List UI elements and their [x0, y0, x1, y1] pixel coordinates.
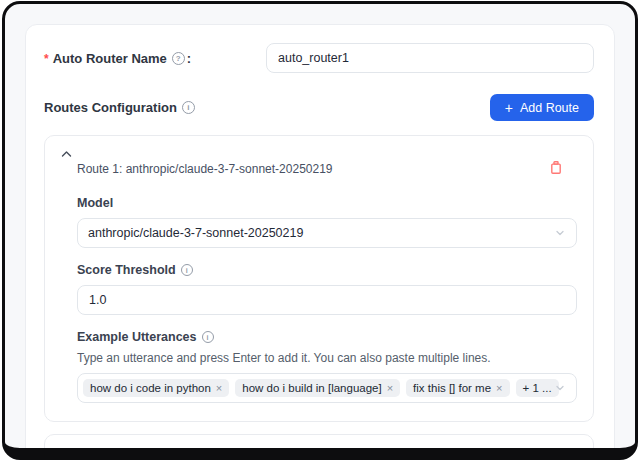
route-2-collapse-header[interactable]: Route 2: azure_ai/gpt-4o [61, 449, 577, 460]
trash-icon [549, 459, 563, 460]
model-label: Model [77, 196, 577, 210]
auto-router-name-label: * Auto Router Name ? : [44, 51, 266, 66]
add-route-button-label: Add Route [520, 101, 579, 115]
label-colon: : [187, 51, 191, 66]
chevron-down-icon [554, 227, 566, 239]
add-route-button[interactable]: + Add Route [490, 94, 594, 121]
remove-tag-icon[interactable]: × [387, 383, 393, 394]
route-2-panel: Route 2: azure_ai/gpt-4o [44, 434, 594, 460]
delete-route-2-button[interactable] [547, 457, 565, 460]
utterances-tag-select[interactable]: how do i code in python × how do i build… [77, 373, 577, 403]
auto-router-form-card: * Auto Router Name ? : Routes Configurat… [25, 24, 615, 460]
info-circle-icon[interactable]: i [182, 101, 195, 114]
required-asterisk: * [44, 52, 49, 66]
route-1-title: Route 1: anthropic/claude-3-7-sonnet-202… [77, 162, 577, 176]
chevron-down-icon [554, 382, 566, 394]
routes-configuration-label: Routes Configuration i [44, 100, 195, 115]
routes-configuration-header: Routes Configuration i + Add Route [44, 94, 594, 121]
auto-router-name-label-text: Auto Router Name [53, 51, 167, 66]
collapse-arrow-icon[interactable] [61, 449, 72, 457]
question-circle-icon[interactable]: ? [172, 52, 185, 65]
route-1-collapse-header[interactable]: Route 1: anthropic/claude-3-7-sonnet-202… [61, 150, 577, 176]
example-utterances-label-text: Example Utterances [77, 330, 197, 344]
model-select[interactable]: anthropic/claude-3-7-sonnet-20250219 [77, 218, 577, 248]
info-circle-icon[interactable]: i [181, 264, 193, 276]
score-threshold-label: Score Threshold i [77, 263, 577, 277]
routes-configuration-label-text: Routes Configuration [44, 100, 177, 115]
window-frame: * Auto Router Name ? : Routes Configurat… [2, 1, 638, 460]
plus-icon: + [505, 101, 513, 115]
utterance-tag: how do i build in [language] × [235, 379, 400, 397]
model-select-value: anthropic/claude-3-7-sonnet-20250219 [88, 226, 303, 240]
utterance-tag: fix this [] for me × [406, 379, 509, 397]
remove-tag-icon[interactable]: × [216, 383, 222, 394]
info-circle-icon[interactable]: i [202, 331, 214, 343]
utterance-tag-text: how do i build in [language] [242, 382, 381, 394]
utterances-helper-text: Type an utterance and press Enter to add… [77, 351, 577, 365]
example-utterances-label: Example Utterances i [77, 330, 577, 344]
route-1-panel: Route 1: anthropic/claude-3-7-sonnet-202… [44, 135, 594, 422]
utterance-tag-text: fix this [] for me [413, 382, 491, 394]
route-1-body: Model anthropic/claude-3-7-sonnet-202502… [77, 196, 577, 403]
auto-router-name-input[interactable] [266, 43, 594, 73]
score-threshold-label-text: Score Threshold [77, 263, 176, 277]
overflow-tag[interactable]: + 1 ... [516, 379, 559, 397]
remove-tag-icon[interactable]: × [496, 383, 502, 394]
utterance-tag: how do i code in python × [83, 379, 229, 397]
model-label-text: Model [77, 196, 113, 210]
delete-route-1-button[interactable] [547, 158, 565, 177]
collapse-arrow-icon[interactable] [61, 150, 72, 158]
auto-router-name-row: * Auto Router Name ? : [44, 43, 594, 73]
utterance-tag-text: how do i code in python [90, 382, 211, 394]
score-threshold-input[interactable] [77, 285, 577, 315]
trash-icon [549, 160, 563, 175]
